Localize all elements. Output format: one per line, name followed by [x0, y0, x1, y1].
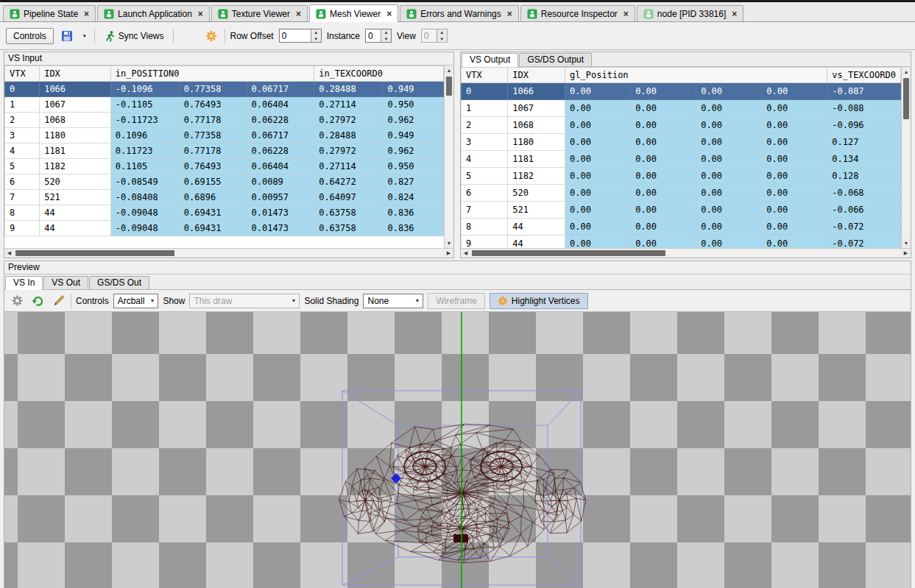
table-row[interactable]: 511820.11050.764930.064040.271140.950	[5, 159, 444, 174]
vs-input-hscrollbar[interactable]: ◀ ▶	[4, 248, 453, 258]
column-header[interactable]: vs_TEXCOORD0	[827, 68, 901, 83]
table-row[interactable]: 511820.000.000.000.000.128	[462, 168, 901, 185]
save-dropdown-caret[interactable]: ▼	[80, 28, 89, 44]
spin-up-button[interactable]: ▲	[311, 29, 321, 36]
table-row[interactable]: 844-0.090480.694310.014730.637580.836	[5, 205, 444, 221]
table-row[interactable]: 311800.10960.773580.067170.284880.949	[5, 128, 444, 144]
tab-close-icon[interactable]: ×	[296, 10, 301, 18]
scrollbar-track[interactable]	[14, 249, 444, 258]
table-row[interactable]: 11067-0.11050.764930.064040.271140.950	[5, 97, 444, 113]
table-row[interactable]: 311800.000.000.000.000.127	[462, 134, 901, 151]
preview-tab-vs-in[interactable]: VS In	[5, 276, 43, 290]
vs-output-table-zone: VTXIDXgl_Positionvs_TEXCOORD0010660.000.…	[461, 67, 911, 248]
pick-vertex-button[interactable]	[50, 293, 66, 309]
table-row[interactable]: 944-0.090480.694310.014730.637580.836	[5, 221, 444, 236]
tab-mesh-viewer[interactable]: Mesh Viewer×	[309, 4, 398, 22]
scrollbar-thumb[interactable]	[472, 250, 665, 256]
controls-button[interactable]: Controls	[6, 28, 54, 44]
preview-tab-gs-ds-out[interactable]: GS/DS Out	[89, 276, 149, 289]
preview-settings-button[interactable]	[9, 293, 25, 309]
scroll-up-button[interactable]: ▲	[445, 65, 453, 75]
scrollbar-thumb[interactable]	[446, 77, 452, 96]
tab-errors-and-warnings[interactable]: Errors and Warnings×	[400, 5, 519, 21]
tab-close-icon[interactable]: ×	[732, 10, 737, 18]
preview-canvas[interactable]	[4, 312, 911, 588]
instance-input[interactable]	[366, 29, 381, 42]
scrollbar-track[interactable]	[902, 77, 911, 238]
table-row[interactable]: 210680.000.000.000.00-0.096	[462, 117, 901, 134]
scrollbar-track[interactable]	[445, 75, 453, 238]
cell: 0.950	[383, 97, 444, 113]
cell: 0.00	[565, 185, 631, 202]
row-offset-input[interactable]	[280, 29, 311, 42]
controls-combobox[interactable]: Arcball ▼	[113, 294, 159, 308]
tab-launch-application[interactable]: Launch Application×	[97, 5, 210, 21]
row-offset-label: Row Offset	[230, 31, 274, 41]
reset-camera-button[interactable]	[29, 293, 46, 309]
spin-down-button[interactable]: ▼	[311, 36, 321, 43]
table-row[interactable]: 6520-0.085490.691550.00890.642720.827	[5, 174, 444, 190]
tab-close-icon[interactable]: ×	[84, 10, 89, 18]
table-row[interactable]: 411810.000.000.000.000.134	[462, 151, 901, 168]
sync-views-button[interactable]: Sync Views	[100, 28, 168, 44]
spin-down-button[interactable]: ▼	[381, 36, 391, 43]
preview-tab-vs-out[interactable]: VS Out	[43, 276, 88, 289]
tab-close-icon[interactable]: ×	[623, 10, 629, 18]
spin-up-button[interactable]: ▲	[381, 29, 391, 36]
table-row[interactable]: 75210.000.000.000.00-0.066	[462, 202, 901, 219]
scroll-left-button[interactable]: ◀	[461, 249, 470, 258]
column-header[interactable]: in_TEXCOORD0	[314, 66, 444, 82]
cell: 1182	[508, 168, 565, 185]
table-row[interactable]: 411810.117230.771780.062280.279720.962	[5, 144, 444, 159]
highlight-vertices-button[interactable]: Highlight Vertices	[490, 293, 588, 309]
tab-vs-output[interactable]: VS Output	[462, 53, 518, 67]
vs-output-table[interactable]: VTXIDXgl_Positionvs_TEXCOORD0010660.000.…	[461, 67, 901, 248]
column-header[interactable]: VTX	[5, 66, 40, 82]
table-row[interactable]: 110670.000.000.000.00-0.088	[462, 100, 901, 117]
table-row[interactable]: 8440.000.000.000.00-0.072	[462, 219, 901, 235]
column-header[interactable]: in_POSITION0	[110, 66, 314, 82]
table-row[interactable]: 010660.000.000.000.00-0.087	[462, 83, 901, 100]
vs-output-hscrollbar[interactable]: ◀ ▶	[461, 248, 911, 258]
cell: 0.69155	[179, 174, 247, 190]
scroll-right-button[interactable]: ▶	[444, 249, 453, 258]
reset-camera-icon	[32, 294, 44, 307]
tab-texture-viewer[interactable]: Texture Viewer×	[211, 5, 308, 21]
scroll-right-button[interactable]: ▶	[901, 249, 911, 258]
solid-shading-combobox[interactable]: None ▼	[363, 294, 423, 308]
scroll-up-button[interactable]: ▲	[902, 67, 911, 77]
cell: 0.00	[565, 219, 631, 235]
cell: 1180	[508, 134, 565, 151]
tab-gs-ds-output[interactable]: GS/DS Output	[519, 53, 592, 66]
vertex-options-flower-button[interactable]	[203, 28, 219, 44]
scrollbar-thumb[interactable]	[903, 78, 909, 119]
tab-close-icon[interactable]: ×	[198, 10, 203, 18]
scroll-down-button[interactable]: ▼	[902, 238, 911, 248]
table-row[interactable]: 01066-0.10960.773580.067170.284880.949	[5, 82, 444, 97]
column-header[interactable]: IDX	[508, 68, 565, 83]
vs-output-vscrollbar[interactable]: ▲ ▼	[901, 67, 911, 248]
table-row[interactable]: 21068-0.117230.771780.062280.279720.962	[5, 113, 444, 128]
column-header[interactable]: IDX	[40, 66, 111, 82]
column-header[interactable]: VTX	[462, 68, 508, 83]
column-header[interactable]: gl_Position	[565, 68, 827, 83]
tab-pipeline-state[interactable]: Pipeline State×	[3, 5, 96, 21]
tab-close-icon[interactable]: ×	[507, 10, 512, 18]
tab-node-pid-33816-[interactable]: node [PID 33816]×	[637, 5, 743, 21]
scroll-left-button[interactable]: ◀	[4, 249, 14, 258]
scrollbar-thumb[interactable]	[15, 250, 174, 256]
combobox-value: This draw	[194, 296, 232, 306]
table-row[interactable]: 65200.000.000.000.00-0.068	[462, 185, 901, 202]
cell: 0.00	[696, 134, 762, 151]
tab-resource-inspector[interactable]: Resource Inspector×	[520, 5, 635, 21]
table-row[interactable]: 9440.000.000.000.00-0.072	[462, 235, 901, 249]
wireframe-button[interactable]: Wireframe	[428, 293, 484, 309]
vs-input-table[interactable]: VTXIDXin_POSITION0in_TEXCOORD001066-0.10…	[4, 65, 444, 236]
vs-input-vscrollbar[interactable]: ▲ ▼	[444, 65, 453, 248]
scroll-down-button[interactable]: ▼	[445, 238, 453, 248]
tab-close-icon[interactable]: ×	[386, 10, 392, 18]
save-button[interactable]	[59, 28, 75, 44]
tab-label: Texture Viewer	[232, 9, 290, 19]
scrollbar-track[interactable]	[470, 249, 901, 258]
table-row[interactable]: 7521-0.084080.68960.009570.640970.824	[5, 190, 444, 205]
